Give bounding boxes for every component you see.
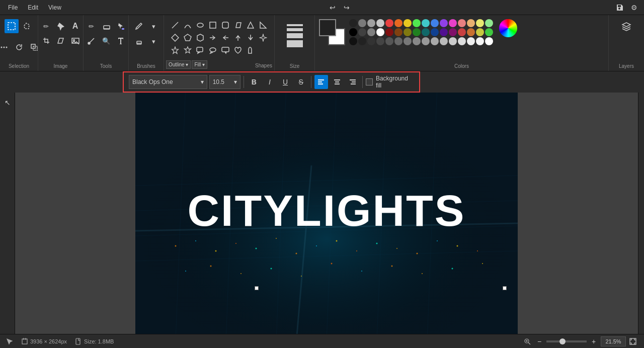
shape-speech-bubble3[interactable] [219, 44, 231, 56]
select-rectangle-button[interactable] [5, 19, 19, 33]
shape-arrow-u[interactable] [232, 32, 244, 44]
color-primary[interactable] [319, 19, 336, 36]
shape-footprint[interactable] [245, 44, 257, 56]
color-dot-r1-10[interactable] [440, 19, 448, 27]
brush-pencil-button[interactable] [132, 19, 146, 33]
shape-arrow-l[interactable] [219, 32, 231, 44]
color-dot-r2-8[interactable] [422, 28, 430, 36]
pencil-button[interactable]: ✏ [39, 19, 53, 33]
shape-pentagon[interactable] [182, 32, 194, 44]
color-dot-r3-1[interactable] [358, 37, 366, 45]
color-dot-r2-5[interactable] [394, 28, 403, 36]
shape-curve[interactable] [182, 19, 194, 31]
zoom-out-button[interactable]: − [534, 336, 544, 346]
redo-button[interactable]: ↪ [341, 2, 353, 14]
text-tool-button[interactable] [114, 34, 128, 48]
undo-button[interactable]: ↩ [327, 2, 339, 14]
color-dot-r2-4[interactable] [385, 28, 393, 36]
color-dot-r2-0[interactable] [349, 28, 357, 36]
zoom-slider[interactable] [546, 340, 587, 342]
color-dot-r1-5[interactable] [394, 19, 403, 27]
cursor-tool[interactable]: ↖ [2, 97, 14, 109]
color-dot-r3-8[interactable] [422, 37, 430, 45]
fill-button[interactable] [54, 19, 68, 33]
color-spectrum[interactable] [499, 19, 517, 37]
shape-heart[interactable] [232, 44, 244, 56]
shape-speech-bubble2[interactable] [207, 44, 219, 56]
color-dot-r1-2[interactable] [367, 19, 375, 27]
shape-star6[interactable] [182, 44, 194, 56]
color-dot-r1-9[interactable] [431, 19, 439, 27]
shape-star4[interactable] [257, 32, 269, 44]
color-dot-r1-0[interactable] [349, 19, 357, 27]
menu-view[interactable]: View [44, 3, 65, 12]
shape-arrow-d[interactable] [245, 32, 257, 44]
image-insert-button[interactable] [68, 34, 83, 48]
shape-oval[interactable] [194, 19, 206, 31]
color-dot-r1-1[interactable] [358, 19, 366, 27]
brush-options-button[interactable]: ▾ [147, 19, 161, 33]
color-dot-r3-6[interactable] [404, 37, 412, 45]
color-dot-r3-14[interactable] [476, 37, 484, 45]
color-dot-r3-13[interactable] [467, 37, 475, 45]
color-dot-r1-3[interactable] [376, 19, 384, 27]
font-size-selector[interactable]: 10.5 ▾ [209, 75, 241, 89]
shape-parallelogram[interactable] [232, 19, 244, 31]
shape-chat-bubble[interactable] [194, 44, 206, 56]
color-dot-r3-12[interactable] [458, 37, 466, 45]
text-button[interactable]: A [68, 19, 83, 33]
shape-rect[interactable] [207, 19, 219, 31]
fit-zoom-button[interactable] [522, 336, 532, 346]
color-dot-r2-1[interactable] [358, 28, 366, 36]
color-dot-r1-6[interactable] [404, 19, 412, 27]
color-dot-r3-10[interactable] [440, 37, 448, 45]
align-right-button[interactable] [346, 75, 359, 89]
size-medium[interactable] [287, 28, 303, 31]
align-left-button[interactable] [314, 75, 328, 89]
size-thin[interactable] [287, 24, 303, 26]
zoom-in-button[interactable]: + [589, 336, 599, 346]
bold-button[interactable]: B [247, 75, 261, 89]
zoom-fit-button[interactable] [628, 336, 638, 346]
color-dot-r2-13[interactable] [467, 28, 475, 36]
shape-diamond[interactable] [169, 32, 181, 44]
color-dot-r2-14[interactable] [476, 28, 484, 36]
shape-fill-select[interactable]: Fill ▾ [192, 60, 207, 69]
color-dot-r2-15[interactable] [485, 28, 493, 36]
shape-star5[interactable] [169, 44, 181, 56]
color-dot-r1-12[interactable] [458, 19, 466, 27]
crop-button[interactable] [39, 34, 53, 48]
shape-triangle[interactable] [245, 19, 257, 31]
italic-button[interactable]: I [263, 75, 276, 89]
menu-edit[interactable]: Edit [24, 3, 42, 12]
color-selector[interactable] [319, 19, 345, 45]
color-dot-r3-9[interactable] [431, 37, 439, 45]
color-dot-r2-6[interactable] [404, 28, 412, 36]
select-options-button[interactable] [0, 40, 11, 54]
color-dot-r2-7[interactable] [413, 28, 421, 36]
size-thick[interactable] [287, 33, 303, 38]
settings-button[interactable]: ⚙ [628, 2, 640, 14]
color-dot-r1-4[interactable] [385, 19, 393, 27]
align-center-button[interactable] [330, 75, 344, 89]
color-dot-r3-4[interactable] [385, 37, 393, 45]
shape-rtriangle[interactable] [257, 19, 269, 31]
fill-tool-button[interactable] [114, 19, 128, 33]
brush-eraser-button[interactable] [132, 34, 146, 48]
underline-button[interactable]: U [278, 75, 292, 89]
skew-button[interactable] [54, 34, 68, 48]
color-dot-r2-10[interactable] [440, 28, 448, 36]
color-picker-button[interactable] [85, 34, 99, 48]
color-dot-r2-11[interactable] [449, 28, 457, 36]
selection-handle-tr[interactable] [503, 286, 507, 290]
magnifier-button[interactable]: 🔍 [99, 34, 113, 48]
color-dot-r3-5[interactable] [394, 37, 403, 45]
size-thicker[interactable] [287, 40, 303, 47]
color-dot-r3-3[interactable] [376, 37, 384, 45]
layers-button[interactable] [619, 19, 633, 33]
color-dot-r3-7[interactable] [413, 37, 421, 45]
color-dot-r2-2[interactable] [367, 28, 375, 36]
color-dot-r1-13[interactable] [467, 19, 475, 27]
color-dot-r1-15[interactable] [485, 19, 493, 27]
color-dot-r1-14[interactable] [476, 19, 484, 27]
